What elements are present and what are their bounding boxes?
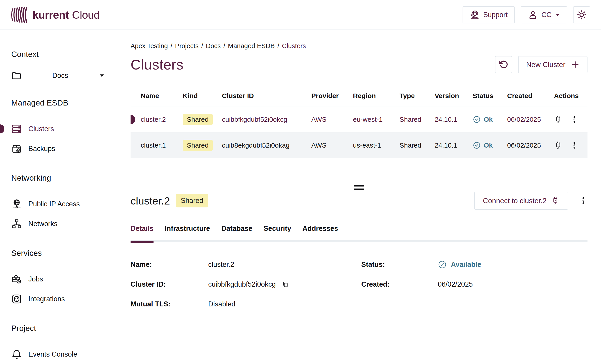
breadcrumb: Apex Testing / Projects / Docs / Managed… (130, 42, 588, 50)
sidebar-section-services: Services Jobs (11, 249, 116, 309)
field-label-created: Created: (361, 278, 438, 290)
table-header-row: Name Kind Cluster ID Provider Region Typ… (130, 86, 588, 106)
table-row-cluster-1[interactable]: cluster.1 Shared cuib8ekgdubf52i0okag AW… (130, 132, 588, 158)
cell-actions (554, 115, 588, 124)
sidebar-heading-context: Context (11, 50, 116, 59)
breadcrumb-item[interactable]: Projects (175, 42, 199, 50)
networks-icon (11, 218, 22, 229)
project-select-value: Docs (22, 71, 99, 80)
tab-details[interactable]: Details (130, 225, 153, 242)
sidebar-item-label: Jobs (28, 275, 43, 283)
sidebar-item-jobs[interactable]: Jobs (11, 269, 116, 289)
sidebar-item-label: Integrations (28, 295, 65, 303)
tabs-underline (130, 240, 588, 242)
cell-version: 24.10.1 (435, 116, 473, 123)
sidebar-section-networking: Networking Public IP Access (11, 173, 116, 234)
cell-kind: Shared (183, 114, 222, 125)
cell-cluster-id: cuib8ekgdubf52i0okag (222, 141, 311, 149)
jobs-icon (11, 274, 22, 285)
cluster-detail-panel: cluster.2 Shared Connect to cluster.2 (116, 181, 601, 364)
detail-title: cluster.2 (130, 195, 170, 207)
user-initials: CC (541, 11, 551, 19)
clusters-table: Name Kind Cluster ID Provider Region Typ… (130, 86, 588, 158)
public-ip-icon (11, 199, 22, 209)
breadcrumb-separator: / (201, 42, 203, 50)
new-cluster-button[interactable]: New Cluster (518, 56, 588, 73)
user-icon (528, 10, 538, 20)
new-cluster-label: New Cluster (526, 60, 565, 69)
tab-security[interactable]: Security (264, 225, 291, 242)
sidebar-section-heading: Project (11, 324, 116, 333)
tab-infrastructure[interactable]: Infrastructure (165, 225, 210, 242)
sidebar-item-label: Backups (28, 145, 55, 153)
sidebar-item-networks[interactable]: Networks (11, 214, 116, 234)
row-menu-kebab-icon[interactable] (571, 116, 578, 123)
sidebar-item-public-ip-access[interactable]: Public IP Access (11, 194, 116, 214)
user-menu-button[interactable]: CC (521, 6, 567, 23)
status-text: Ok (484, 141, 493, 149)
refresh-icon (499, 60, 508, 69)
panel-drag-handle[interactable] (354, 185, 364, 190)
status-text: Available (451, 261, 481, 269)
check-circle-icon (473, 115, 481, 124)
col-actions: Actions (554, 92, 588, 100)
field-label-name: Name: (130, 258, 208, 271)
sidebar-section-project: Project Events Console Settings (11, 324, 116, 364)
detail-tabs: Details Infrastructure Database Security… (130, 225, 588, 242)
logo-suffix: Cloud (72, 9, 100, 21)
cell-provider: AWS (311, 116, 353, 123)
col-provider: Provider (311, 92, 353, 100)
sidebar-item-label: Clusters (28, 125, 54, 133)
copy-icon[interactable] (281, 281, 289, 288)
sidebar-item-label: Events Console (28, 350, 77, 358)
integrations-icon (11, 294, 22, 304)
waveform-logo-icon (11, 7, 28, 23)
cell-region: us-east-1 (353, 141, 400, 149)
tab-database[interactable]: Database (221, 225, 252, 242)
col-created: Created (507, 92, 554, 100)
connect-plug-icon[interactable] (554, 115, 562, 124)
sidebar-item-clusters[interactable]: Clusters (11, 119, 116, 139)
connect-plug-icon[interactable] (554, 141, 562, 150)
sidebar-item-integrations[interactable]: Integrations (11, 289, 116, 309)
kind-badge: Shared (183, 114, 213, 125)
breadcrumb-item-current: Clusters (282, 42, 306, 50)
connect-to-cluster-button[interactable]: Connect to cluster.2 (474, 192, 568, 210)
connect-plug-icon (551, 197, 560, 205)
col-region: Region (353, 92, 400, 100)
breadcrumb-item[interactable]: Apex Testing (130, 42, 168, 50)
tab-addresses[interactable]: Addresses (302, 225, 338, 242)
breadcrumb-item[interactable]: Docs (206, 42, 220, 50)
project-context-select[interactable]: Docs (11, 70, 105, 81)
logo-text: kurrentCloud (32, 9, 100, 21)
connect-button-label: Connect to cluster.2 (483, 197, 547, 205)
support-button[interactable]: Support (462, 6, 515, 23)
field-value-mutual-tls: Disabled (208, 298, 361, 310)
refresh-button[interactable] (495, 56, 512, 73)
cell-version: 24.10.1 (435, 141, 473, 149)
folder-icon (11, 70, 22, 81)
sidebar-item-backups[interactable]: Backups (11, 139, 116, 159)
header-actions: Support CC (462, 6, 590, 23)
field-label-mutual-tls: Mutual TLS: (130, 298, 208, 310)
sidebar-item-events-console[interactable]: Events Console (11, 344, 116, 364)
selected-row-indicator (130, 115, 135, 124)
breadcrumb-item[interactable]: Managed ESDB (228, 42, 275, 50)
field-label-status: Status: (361, 258, 438, 271)
cell-status: Ok (473, 141, 507, 149)
kurrent-cloud-logo[interactable]: kurrentCloud (11, 7, 100, 23)
clusters-icon (11, 124, 22, 134)
col-cluster-id: Cluster ID (222, 92, 311, 100)
col-status: Status (473, 92, 507, 100)
cell-name: cluster.1 (141, 141, 183, 149)
cell-created: 06/02/2025 (507, 141, 554, 149)
breadcrumb-separator: / (171, 42, 172, 50)
cluster-id-text: cuibbfkgdubf52i0okcg (208, 280, 276, 288)
active-indicator (0, 124, 4, 133)
row-menu-kebab-icon[interactable] (571, 141, 578, 149)
backups-icon (11, 143, 22, 154)
theme-toggle-button[interactable] (573, 6, 590, 23)
table-row-cluster-2[interactable]: cluster.2 Shared cuibbfkgdubf52i0okcg AW… (130, 106, 588, 132)
panel-menu-kebab-icon[interactable] (579, 197, 588, 205)
top-header: kurrentCloud Support CC (0, 0, 601, 30)
